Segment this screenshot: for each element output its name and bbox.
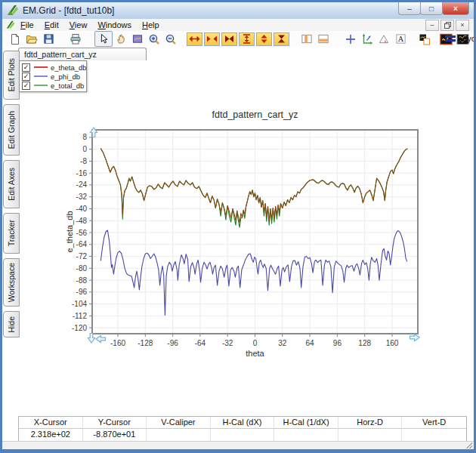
horz-d-value (338, 429, 403, 441)
menu-windows[interactable]: Windows (92, 20, 137, 30)
v-caliper-value (147, 429, 211, 441)
shrink-x-button[interactable] (204, 32, 220, 46)
status-bar (2, 441, 474, 449)
svg-text:-80: -80 (76, 264, 88, 273)
print-button[interactable] (67, 32, 84, 46)
legend-checkbox-e-total[interactable]: ✓ (22, 82, 30, 90)
svg-text:-64: -64 (76, 240, 88, 248)
compress-x-button[interactable] (221, 32, 237, 46)
legend-row-e-total: ✓ e_total_db (22, 81, 84, 90)
sidebar-label-edit-axes: Edit Axes (7, 168, 16, 201)
svg-text:-128: -128 (138, 339, 153, 347)
legend-label-e-phi: e_phi_db (51, 72, 80, 81)
zoom-in-button[interactable] (146, 32, 162, 46)
x-cursor-value: 2.318e+02 (19, 429, 83, 441)
pan-right-arrow[interactable] (410, 334, 420, 341)
plot-area[interactable]: -160-128-96-64-32032649612816080-8-16-24… (64, 106, 427, 359)
close-button[interactable]: × (442, 2, 469, 15)
legend-checkbox-e-theta[interactable]: ✓ (22, 63, 30, 72)
compress-y-button[interactable] (274, 32, 289, 46)
copy-format-button[interactable] (416, 32, 433, 46)
cursor-col-header: Vert-D (402, 417, 466, 429)
y-axis-label: e_theta_db (65, 211, 74, 252)
svg-text:-56: -56 (76, 229, 88, 237)
zoom-in-icon (148, 33, 160, 45)
text-tool-button[interactable]: A (392, 32, 409, 46)
new-document-button[interactable] (7, 32, 23, 46)
sidebar-label-hide: Hide (7, 316, 16, 333)
new-document-icon (9, 33, 21, 45)
angle-tool-button[interactable] (376, 32, 392, 46)
vert-d-value (402, 429, 466, 441)
sidebar-item-workspace[interactable]: Workspace (3, 258, 20, 307)
pan-hand-button[interactable] (113, 32, 129, 46)
svg-text:160: 160 (386, 339, 399, 347)
cursor-col-header: H-Cal (dX) (211, 417, 275, 429)
angle-tool-icon (378, 33, 390, 45)
chart-title: fdtd_pattern_cart_yz (212, 109, 298, 120)
sidebar-item-edit-axes[interactable]: Edit Axes (3, 160, 20, 208)
cursor-col-header: Y-Cursor (83, 417, 147, 429)
app-logo-icon (7, 5, 19, 17)
resize-grip[interactable] (466, 442, 472, 448)
h-cal-dx-value (211, 429, 275, 441)
sidebar-item-edit-graph[interactable]: Edit Graph (3, 104, 20, 156)
sidebar-item-hide[interactable]: Hide (3, 311, 20, 337)
mdi-close-button[interactable]: × (456, 20, 469, 31)
zoom-out-button[interactable] (162, 32, 179, 46)
axes-icon (361, 33, 373, 45)
mdi-restore-button[interactable] (440, 20, 454, 31)
document-tab-label: fdtd_pattern_cart_yz (24, 50, 97, 59)
h-cal-1dx-value (274, 429, 338, 441)
sidebar-item-edit-plots[interactable]: Edit Plots (3, 51, 20, 100)
pan-left-arrow[interactable] (96, 336, 106, 343)
legend-swatch-e-theta (34, 66, 48, 68)
open-folder-icon (26, 33, 38, 45)
document-tab[interactable]: fdtd_pattern_cart_yz (18, 48, 147, 60)
split-vertical-button[interactable] (298, 32, 315, 46)
window-title: EM.Grid - [fdtd_tut10b] (23, 5, 114, 16)
crosshair-icon (345, 33, 357, 45)
zoom-out-icon (165, 33, 177, 45)
svg-text:0: 0 (82, 145, 87, 153)
legend: ✓ e_theta_db ✓ e_phi_db ✓ e_total_db (19, 60, 87, 92)
axes-tool-button[interactable] (359, 32, 376, 46)
restore-icon (444, 22, 451, 29)
cursor-col-header: X-Cursor (19, 417, 83, 429)
menu-view[interactable]: View (64, 20, 93, 30)
text-tool-icon: A (395, 33, 406, 45)
svg-text:-160: -160 (110, 339, 125, 347)
svg-text:-40: -40 (76, 205, 88, 213)
zoom-window-button[interactable] (129, 32, 146, 46)
menu-help[interactable]: Help (137, 20, 165, 30)
save-icon (43, 33, 54, 45)
expand-x-button[interactable] (187, 32, 202, 46)
sidebar-item-tracker[interactable]: Tracker (3, 213, 20, 254)
app-window: EM.Grid - [fdtd_tut10b] – □ × File Edit … (0, 0, 476, 453)
svg-text:-112: -112 (73, 312, 88, 320)
window-controls: – □ × (399, 2, 469, 15)
split-horizontal-button[interactable] (315, 32, 332, 46)
maximize-button[interactable]: □ (420, 2, 443, 15)
svg-text:-120: -120 (72, 324, 87, 332)
legend-checkbox-e-phi[interactable]: ✓ (22, 72, 30, 81)
legend-label-e-theta: e_theta_db (51, 63, 87, 72)
save-button[interactable] (40, 32, 57, 46)
legend-row-e-phi: ✓ e_phi_db (22, 72, 84, 81)
pointer-tool-button[interactable] (94, 31, 113, 47)
mdi-minimize-button[interactable]: – (425, 20, 439, 31)
zoom-window-icon (131, 33, 144, 45)
pan-down-arrow[interactable] (88, 334, 95, 344)
svg-text:-48: -48 (76, 217, 88, 225)
shrink-y-button[interactable] (256, 32, 272, 46)
crosshair-button[interactable] (342, 32, 359, 46)
menu-edit[interactable]: Edit (39, 20, 64, 30)
layout-button[interactable]: Layout (445, 32, 474, 45)
expand-y-button[interactable] (239, 32, 255, 46)
svg-text:-64: -64 (195, 339, 206, 347)
menu-file[interactable]: File (15, 20, 39, 30)
minimize-button[interactable]: – (398, 2, 421, 15)
compress-y-icon (277, 34, 286, 44)
open-file-button[interactable] (23, 32, 40, 46)
legend-row-e-theta: ✓ e_theta_db (22, 63, 84, 72)
